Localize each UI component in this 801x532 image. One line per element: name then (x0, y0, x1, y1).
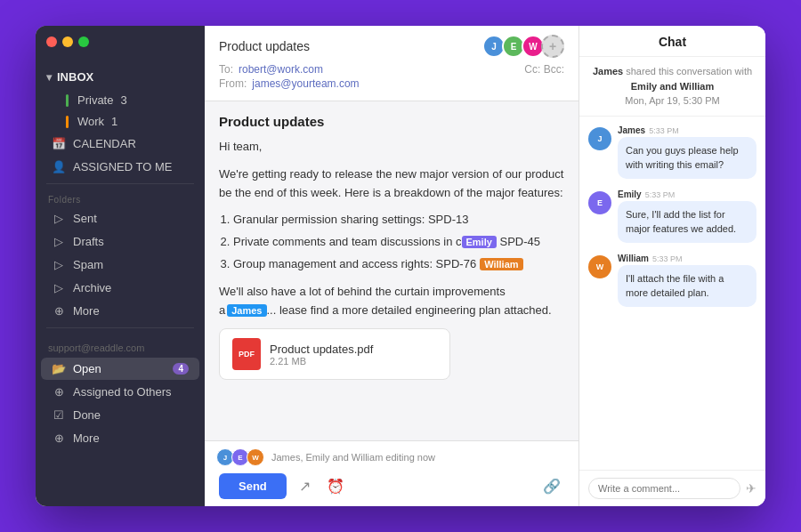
chat-bubble-wrap-3: William 5:33 PM I'll attach the file wit… (618, 254, 756, 307)
sidebar-item-open[interactable]: 📂 Open 4 (41, 358, 199, 380)
send-button[interactable]: Send (219, 473, 287, 499)
email-from-field: From: james@yourteam.com (219, 77, 564, 90)
more-folders-label: More (73, 304, 189, 318)
sidebar-item-spam[interactable]: ▷ Spam (41, 254, 199, 276)
maximize-button[interactable] (78, 36, 89, 47)
chat-input-area: ✈ (579, 470, 765, 506)
attachment-size: 2.21 MB (270, 356, 373, 367)
email-footer: J E W James, Emily and William editing n… (205, 440, 578, 506)
private-badge: 3 (120, 93, 126, 107)
spam-icon: ▷ (52, 258, 66, 271)
from-address[interactable]: james@yourteam.com (252, 77, 359, 90)
avatar-group: J E W + (486, 35, 564, 58)
sidebar-item-work[interactable]: Work 1 (41, 111, 199, 132)
chat-bubble-wrap-1: James 5:33 PM Can you guys please help w… (618, 125, 756, 179)
forward-icon[interactable]: ↗ (295, 474, 314, 498)
chat-shared-by: James (593, 66, 623, 77)
chat-bubble-2: Sure, I'll add the list for major featur… (618, 201, 756, 243)
minimize-button[interactable] (62, 36, 73, 47)
chat-message-2: E Emily 5:33 PM Sure, I'll add the list … (588, 189, 756, 243)
attachment-name: Product updates.pdf (270, 343, 373, 356)
attach-icon[interactable]: 🔗 (539, 474, 564, 498)
chat-sender-james: James (618, 125, 645, 135)
archive-icon: ▷ (52, 281, 66, 294)
chat-title: Chat (659, 35, 686, 49)
editor-avatars: J E W (219, 448, 264, 466)
chat-sender-row-2: Emily 5:33 PM (618, 189, 756, 199)
email-subject: Product updates (219, 114, 564, 129)
folders-section-label: Folders (36, 189, 205, 206)
sidebar-item-assigned-me[interactable]: 👤 ASSIGNED TO ME (41, 156, 199, 178)
list-item-2: Private comments and team discussions in… (233, 233, 564, 252)
spam-label: Spam (73, 258, 189, 271)
calendar-label: CALENDAR (73, 137, 189, 150)
work-color-bar (66, 116, 69, 128)
sidebar-item-done[interactable]: ☑ Done (41, 404, 199, 426)
work-label: Work (77, 115, 104, 128)
chat-sender-row-1: James 5:33 PM (618, 125, 756, 135)
chat-time-3: 5:33 PM (652, 254, 683, 263)
sidebar-item-archive[interactable]: ▷ Archive (41, 277, 199, 299)
chat-shared-info: James shared this conversation with Emil… (579, 57, 765, 117)
chat-avatar-james: J (588, 127, 611, 150)
schedule-icon[interactable]: ⏰ (323, 474, 348, 498)
email-main: Product updates J E W + To: robert@work.… (205, 26, 578, 506)
chat-bubble-wrap-2: Emily 5:33 PM Sure, I'll add the list fo… (618, 189, 756, 243)
email-to-field: To: robert@work.com Cc: Bcc: (219, 63, 564, 76)
chat-avatar-emily: E (588, 191, 611, 214)
attachment-info: Product updates.pdf 2.21 MB (270, 343, 373, 367)
more-icon: ⊕ (52, 431, 66, 445)
chat-avatar-william: W (588, 255, 611, 278)
calendar-icon: 📅 (52, 137, 66, 150)
open-icon: 📂 (52, 362, 66, 375)
chat-panel: Chat James shared this conversation with… (578, 26, 765, 506)
open-label: Open (73, 362, 166, 375)
chat-shared-with: Emily and William (631, 81, 714, 92)
sidebar-item-drafts[interactable]: ▷ Drafts (41, 230, 199, 253)
sidebar-item-sent[interactable]: ▷ Sent (41, 207, 199, 230)
from-label: From: (219, 77, 247, 90)
list-item-1: Granular permission sharing settings: SP… (233, 211, 564, 230)
attachment-card[interactable]: PDF Product updates.pdf 2.21 MB (219, 328, 450, 380)
sidebar-item-private[interactable]: Private 3 (41, 90, 199, 110)
tag-emily: Emily (462, 236, 497, 248)
chat-time-1: 5:33 PM (649, 126, 679, 135)
list-item-3: Group management and access rights: SPD-… (233, 255, 564, 274)
avatar-add[interactable]: + (541, 35, 564, 58)
body-greeting: Hi team, (219, 138, 564, 157)
tag-james: James (227, 304, 266, 317)
to-address[interactable]: robert@work.com (239, 63, 323, 76)
sidebar-item-more[interactable]: ⊕ More (41, 427, 199, 449)
chat-header: Chat (579, 26, 765, 57)
editors-text: James, Emily and William editing now (271, 452, 435, 463)
close-button[interactable] (46, 36, 57, 47)
drafts-label: Drafts (73, 235, 189, 248)
sidebar-item-assigned-others[interactable]: ⊕ Assigned to Others (41, 381, 199, 403)
chat-bubble-3: I'll attach the file with a more detaile… (618, 265, 756, 307)
chat-message-1: J James 5:33 PM Can you guys please help… (588, 125, 756, 179)
work-badge: 1 (111, 115, 117, 128)
chat-sender-row-3: William 5:33 PM (618, 254, 756, 263)
body-list: Granular permission sharing settings: SP… (233, 211, 564, 273)
chat-sender-william: William (618, 254, 649, 263)
editor-av-william: W (247, 448, 264, 466)
app-window: ▾ INBOX Private 3 Work 1 📅 CALENDAR 👤 AS… (36, 26, 765, 506)
sidebar-item-inbox[interactable]: ▾ INBOX (36, 65, 205, 89)
cc-label[interactable]: Cc: Bcc: (524, 63, 564, 76)
sidebar-item-calendar[interactable]: 📅 CALENDAR (41, 133, 199, 155)
body-paragraph-1: We're getting ready to release the new m… (219, 165, 564, 203)
chat-send-icon[interactable]: ✈ (746, 481, 756, 496)
more-folders-icon: ⊕ (52, 304, 66, 318)
email-body-area: Product updates Hi team, We're getting r… (205, 101, 578, 440)
send-row: Send ↗ ⏰ 🔗 (219, 473, 564, 499)
drafts-icon: ▷ (52, 235, 66, 248)
to-label: To: (219, 63, 233, 76)
chat-shared-date: Mon, Apr 19, 5:30 PM (625, 95, 719, 106)
archive-label: Archive (73, 281, 189, 294)
email-title: Product updates (219, 39, 310, 53)
sidebar: ▾ INBOX Private 3 Work 1 📅 CALENDAR 👤 AS… (36, 26, 205, 506)
sidebar-item-more-folders[interactable]: ⊕ More (41, 300, 199, 322)
chat-input[interactable] (588, 478, 740, 499)
sent-icon: ▷ (52, 212, 66, 225)
more-label: More (73, 431, 189, 445)
